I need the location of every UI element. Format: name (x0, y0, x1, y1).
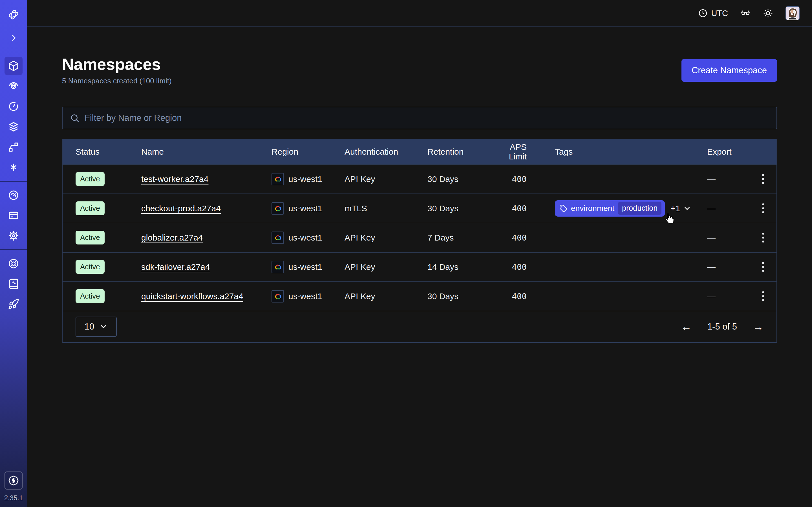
table-row: Active globalizer.a27a4 us-west1 (63, 223, 776, 252)
aps-limit-value: 400 (512, 291, 527, 301)
status-badge: Active (75, 231, 105, 244)
topbar: UTC (27, 0, 812, 27)
aps-limit-value: 400 (512, 262, 527, 272)
auth-value: mTLS (345, 204, 427, 213)
page-header: Namespaces 5 Namespaces created (100 lim… (62, 55, 777, 86)
labs-toggle-button[interactable] (741, 8, 751, 18)
retention-value: 30 Days (427, 291, 492, 301)
tag-icon (559, 205, 567, 212)
sidebar-item-gauge-icon[interactable] (4, 186, 22, 204)
auth-value: API Key (345, 262, 427, 272)
column-header-retention: Retention (427, 147, 492, 157)
namespace-link[interactable]: sdk-failover.a27a4 (141, 262, 210, 272)
table-row: Active checkout-prod.a27a4 us-west1 (63, 193, 776, 223)
region-label: us-west1 (289, 262, 322, 272)
export-value: — (707, 174, 749, 184)
sidebar-item-orbit-icon[interactable] (4, 77, 22, 95)
sidebar-item-book-sparkles-icon[interactable] (4, 275, 22, 293)
tags-more-count: +1 (670, 204, 680, 213)
namespace-link[interactable]: test-worker.a27a4 (141, 174, 208, 184)
temporal-logo-icon[interactable] (4, 6, 22, 24)
billing-plan-button[interactable] (4, 471, 22, 490)
sidebar-item-gear-icon[interactable] (4, 227, 22, 245)
region-label: us-west1 (289, 204, 322, 213)
gcp-region-icon (271, 202, 284, 215)
tags-expand-button[interactable]: +1 (670, 204, 691, 213)
namespace-link[interactable]: checkout-prod.a27a4 (141, 204, 221, 213)
sidebar-item-layers-icon[interactable] (4, 118, 22, 136)
sidebar-item-lifebuoy-icon[interactable] (4, 255, 22, 273)
auth-value: API Key (345, 233, 427, 242)
timezone-label: UTC (711, 9, 728, 18)
sidebar-item-timer-icon[interactable] (4, 98, 22, 115)
auth-value: API Key (345, 291, 427, 301)
column-header-tags: Tags (527, 147, 707, 157)
export-value: — (707, 262, 749, 272)
sidebar-item-rocket-icon[interactable] (4, 295, 22, 313)
column-header-aps-limit: APS Limit (492, 142, 527, 161)
status-badge: Active (75, 202, 105, 215)
filter-input[interactable] (85, 113, 769, 123)
tag-value: production (618, 202, 661, 215)
aps-limit-value: 400 (512, 233, 527, 242)
export-value: — (707, 233, 749, 242)
sidebar-expand-chevron-icon[interactable] (4, 29, 22, 47)
namespaces-table: Status Name Region Authentication Retent… (62, 139, 777, 343)
row-actions-button[interactable] (759, 288, 767, 304)
page-size-value: 10 (85, 322, 94, 332)
export-value: — (707, 204, 749, 213)
status-badge: Active (75, 289, 105, 303)
table-row: Active sdk-failover.a27a4 us-west1 (63, 252, 776, 281)
column-header-status: Status (75, 147, 141, 157)
tag-badge: environment production (555, 200, 665, 217)
table-footer: 10 ← 1-5 of 5 → (63, 311, 776, 342)
app-version: 2.35.1 (4, 494, 23, 502)
filter-bar (62, 107, 777, 129)
namespace-link[interactable]: quickstart-workflows.a27a4 (141, 291, 243, 301)
gcp-region-icon (271, 231, 284, 244)
sidebar-item-asterisk-icon[interactable] (4, 158, 22, 176)
region-label: us-west1 (289, 233, 322, 242)
column-header-region: Region (271, 147, 345, 157)
retention-value: 14 Days (427, 262, 492, 272)
sidebar: 2.35.1 (0, 0, 27, 507)
row-actions-button[interactable] (759, 201, 767, 216)
status-badge: Active (75, 172, 105, 186)
page-subtitle: 5 Namespaces created (100 limit) (62, 76, 172, 86)
page-size-select[interactable]: 10 (75, 317, 117, 337)
row-actions-button[interactable] (759, 230, 767, 245)
retention-value: 7 Days (427, 233, 492, 242)
page-title: Namespaces (62, 55, 172, 73)
sidebar-item-branch-icon[interactable] (4, 138, 22, 156)
theme-toggle-button[interactable] (763, 8, 773, 18)
table-header-row: Status Name Region Authentication Retent… (63, 139, 776, 164)
chevron-down-icon (99, 323, 108, 331)
pagination-range: 1-5 of 5 (707, 322, 737, 332)
retention-value: 30 Days (427, 204, 492, 213)
export-value: — (707, 291, 749, 301)
sidebar-item-credit-card-icon[interactable] (4, 207, 22, 224)
table-row: Active quickstart-workflows.a27a4 us-wes… (63, 281, 776, 311)
sidebar-divider (0, 181, 27, 182)
glasses-icon (741, 8, 751, 18)
auth-value: API Key (345, 174, 427, 184)
retention-value: 30 Days (427, 174, 492, 184)
sidebar-nav-main (4, 57, 22, 176)
next-page-button[interactable]: → (753, 321, 763, 332)
create-namespace-button[interactable]: Create Namespace (681, 59, 777, 82)
page-content: Namespaces 5 Namespaces created (100 lim… (27, 27, 812, 507)
row-actions-button[interactable] (759, 259, 767, 275)
region-label: us-west1 (289, 291, 322, 301)
previous-page-button[interactable]: ← (681, 321, 692, 332)
region-label: us-west1 (289, 174, 322, 184)
app-root: 2.35.1 UTC (0, 0, 812, 507)
column-header-export: Export (707, 147, 749, 157)
row-actions-button[interactable] (759, 171, 767, 187)
namespace-link[interactable]: globalizer.a27a4 (141, 233, 203, 242)
user-avatar[interactable] (785, 6, 800, 20)
gcp-region-icon (271, 290, 284, 302)
tag-key: environment (571, 204, 614, 213)
sidebar-item-namespaces-cube-icon[interactable] (4, 57, 22, 75)
timezone-selector[interactable]: UTC (698, 8, 728, 18)
chevron-down-icon (683, 204, 691, 213)
